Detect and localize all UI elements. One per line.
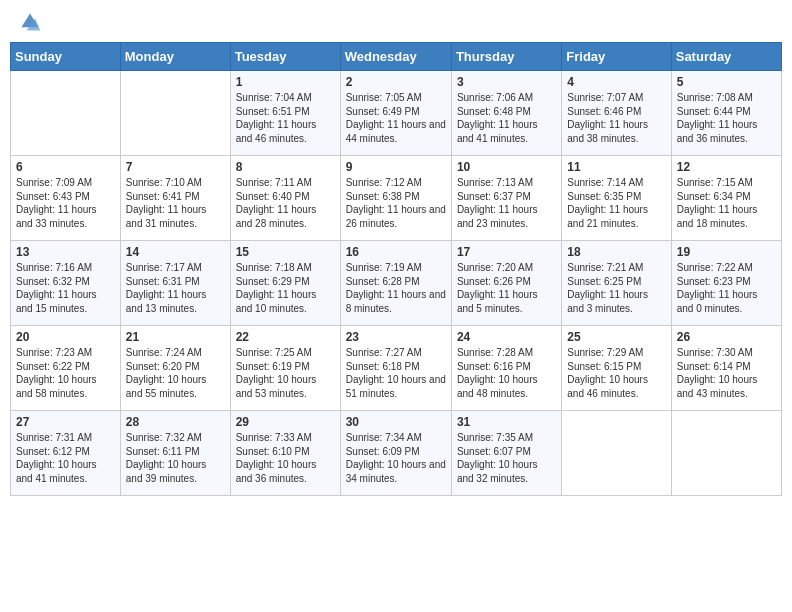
calendar-cell: 4Sunrise: 7:07 AM Sunset: 6:46 PM Daylig… <box>562 71 671 156</box>
day-number: 10 <box>457 160 556 174</box>
calendar-cell: 1Sunrise: 7:04 AM Sunset: 6:51 PM Daylig… <box>230 71 340 156</box>
calendar-cell: 21Sunrise: 7:24 AM Sunset: 6:20 PM Dayli… <box>120 326 230 411</box>
day-number: 20 <box>16 330 115 344</box>
day-content: Sunrise: 7:14 AM Sunset: 6:35 PM Dayligh… <box>567 176 665 230</box>
day-number: 27 <box>16 415 115 429</box>
calendar-week-row: 27Sunrise: 7:31 AM Sunset: 6:12 PM Dayli… <box>11 411 782 496</box>
calendar-cell <box>120 71 230 156</box>
header <box>10 10 782 34</box>
calendar-cell: 28Sunrise: 7:32 AM Sunset: 6:11 PM Dayli… <box>120 411 230 496</box>
calendar-table: SundayMondayTuesdayWednesdayThursdayFrid… <box>10 42 782 496</box>
calendar-cell: 7Sunrise: 7:10 AM Sunset: 6:41 PM Daylig… <box>120 156 230 241</box>
calendar-cell: 24Sunrise: 7:28 AM Sunset: 6:16 PM Dayli… <box>451 326 561 411</box>
day-content: Sunrise: 7:27 AM Sunset: 6:18 PM Dayligh… <box>346 346 446 400</box>
day-content: Sunrise: 7:15 AM Sunset: 6:34 PM Dayligh… <box>677 176 776 230</box>
day-number: 26 <box>677 330 776 344</box>
day-number: 22 <box>236 330 335 344</box>
day-number: 13 <box>16 245 115 259</box>
calendar-week-row: 13Sunrise: 7:16 AM Sunset: 6:32 PM Dayli… <box>11 241 782 326</box>
day-content: Sunrise: 7:23 AM Sunset: 6:22 PM Dayligh… <box>16 346 115 400</box>
day-number: 3 <box>457 75 556 89</box>
day-content: Sunrise: 7:11 AM Sunset: 6:40 PM Dayligh… <box>236 176 335 230</box>
day-number: 23 <box>346 330 446 344</box>
day-content: Sunrise: 7:06 AM Sunset: 6:48 PM Dayligh… <box>457 91 556 145</box>
weekday-header-tuesday: Tuesday <box>230 43 340 71</box>
weekday-header-thursday: Thursday <box>451 43 561 71</box>
day-number: 28 <box>126 415 225 429</box>
day-content: Sunrise: 7:07 AM Sunset: 6:46 PM Dayligh… <box>567 91 665 145</box>
calendar-cell <box>11 71 121 156</box>
calendar-cell <box>562 411 671 496</box>
day-content: Sunrise: 7:04 AM Sunset: 6:51 PM Dayligh… <box>236 91 335 145</box>
calendar-cell: 17Sunrise: 7:20 AM Sunset: 6:26 PM Dayli… <box>451 241 561 326</box>
day-content: Sunrise: 7:32 AM Sunset: 6:11 PM Dayligh… <box>126 431 225 485</box>
day-number: 5 <box>677 75 776 89</box>
day-number: 15 <box>236 245 335 259</box>
calendar-cell: 23Sunrise: 7:27 AM Sunset: 6:18 PM Dayli… <box>340 326 451 411</box>
weekday-header-monday: Monday <box>120 43 230 71</box>
calendar-cell: 6Sunrise: 7:09 AM Sunset: 6:43 PM Daylig… <box>11 156 121 241</box>
calendar-cell: 2Sunrise: 7:05 AM Sunset: 6:49 PM Daylig… <box>340 71 451 156</box>
day-content: Sunrise: 7:08 AM Sunset: 6:44 PM Dayligh… <box>677 91 776 145</box>
day-content: Sunrise: 7:09 AM Sunset: 6:43 PM Dayligh… <box>16 176 115 230</box>
day-number: 16 <box>346 245 446 259</box>
calendar-cell: 10Sunrise: 7:13 AM Sunset: 6:37 PM Dayli… <box>451 156 561 241</box>
day-content: Sunrise: 7:29 AM Sunset: 6:15 PM Dayligh… <box>567 346 665 400</box>
day-content: Sunrise: 7:34 AM Sunset: 6:09 PM Dayligh… <box>346 431 446 485</box>
day-content: Sunrise: 7:28 AM Sunset: 6:16 PM Dayligh… <box>457 346 556 400</box>
day-content: Sunrise: 7:22 AM Sunset: 6:23 PM Dayligh… <box>677 261 776 315</box>
calendar-cell: 14Sunrise: 7:17 AM Sunset: 6:31 PM Dayli… <box>120 241 230 326</box>
calendar-cell: 3Sunrise: 7:06 AM Sunset: 6:48 PM Daylig… <box>451 71 561 156</box>
day-content: Sunrise: 7:10 AM Sunset: 6:41 PM Dayligh… <box>126 176 225 230</box>
logo-icon <box>18 10 42 34</box>
day-number: 14 <box>126 245 225 259</box>
day-content: Sunrise: 7:20 AM Sunset: 6:26 PM Dayligh… <box>457 261 556 315</box>
day-content: Sunrise: 7:30 AM Sunset: 6:14 PM Dayligh… <box>677 346 776 400</box>
day-content: Sunrise: 7:24 AM Sunset: 6:20 PM Dayligh… <box>126 346 225 400</box>
weekday-header-row: SundayMondayTuesdayWednesdayThursdayFrid… <box>11 43 782 71</box>
calendar-cell: 5Sunrise: 7:08 AM Sunset: 6:44 PM Daylig… <box>671 71 781 156</box>
day-number: 12 <box>677 160 776 174</box>
logo <box>14 10 42 34</box>
calendar-cell <box>671 411 781 496</box>
calendar-cell: 20Sunrise: 7:23 AM Sunset: 6:22 PM Dayli… <box>11 326 121 411</box>
calendar-cell: 15Sunrise: 7:18 AM Sunset: 6:29 PM Dayli… <box>230 241 340 326</box>
calendar-week-row: 1Sunrise: 7:04 AM Sunset: 6:51 PM Daylig… <box>11 71 782 156</box>
day-number: 18 <box>567 245 665 259</box>
calendar-cell: 9Sunrise: 7:12 AM Sunset: 6:38 PM Daylig… <box>340 156 451 241</box>
weekday-header-friday: Friday <box>562 43 671 71</box>
calendar-cell: 12Sunrise: 7:15 AM Sunset: 6:34 PM Dayli… <box>671 156 781 241</box>
day-content: Sunrise: 7:21 AM Sunset: 6:25 PM Dayligh… <box>567 261 665 315</box>
calendar-cell: 29Sunrise: 7:33 AM Sunset: 6:10 PM Dayli… <box>230 411 340 496</box>
calendar-cell: 30Sunrise: 7:34 AM Sunset: 6:09 PM Dayli… <box>340 411 451 496</box>
calendar-week-row: 20Sunrise: 7:23 AM Sunset: 6:22 PM Dayli… <box>11 326 782 411</box>
day-content: Sunrise: 7:19 AM Sunset: 6:28 PM Dayligh… <box>346 261 446 315</box>
day-content: Sunrise: 7:31 AM Sunset: 6:12 PM Dayligh… <box>16 431 115 485</box>
day-content: Sunrise: 7:25 AM Sunset: 6:19 PM Dayligh… <box>236 346 335 400</box>
day-number: 1 <box>236 75 335 89</box>
day-content: Sunrise: 7:18 AM Sunset: 6:29 PM Dayligh… <box>236 261 335 315</box>
day-content: Sunrise: 7:13 AM Sunset: 6:37 PM Dayligh… <box>457 176 556 230</box>
weekday-header-sunday: Sunday <box>11 43 121 71</box>
day-content: Sunrise: 7:33 AM Sunset: 6:10 PM Dayligh… <box>236 431 335 485</box>
day-content: Sunrise: 7:17 AM Sunset: 6:31 PM Dayligh… <box>126 261 225 315</box>
day-number: 29 <box>236 415 335 429</box>
day-number: 11 <box>567 160 665 174</box>
day-number: 25 <box>567 330 665 344</box>
calendar-cell: 25Sunrise: 7:29 AM Sunset: 6:15 PM Dayli… <box>562 326 671 411</box>
calendar-cell: 18Sunrise: 7:21 AM Sunset: 6:25 PM Dayli… <box>562 241 671 326</box>
calendar-cell: 19Sunrise: 7:22 AM Sunset: 6:23 PM Dayli… <box>671 241 781 326</box>
calendar-cell: 31Sunrise: 7:35 AM Sunset: 6:07 PM Dayli… <box>451 411 561 496</box>
day-content: Sunrise: 7:16 AM Sunset: 6:32 PM Dayligh… <box>16 261 115 315</box>
day-number: 19 <box>677 245 776 259</box>
day-number: 31 <box>457 415 556 429</box>
calendar-cell: 11Sunrise: 7:14 AM Sunset: 6:35 PM Dayli… <box>562 156 671 241</box>
weekday-header-saturday: Saturday <box>671 43 781 71</box>
weekday-header-wednesday: Wednesday <box>340 43 451 71</box>
day-number: 24 <box>457 330 556 344</box>
calendar-week-row: 6Sunrise: 7:09 AM Sunset: 6:43 PM Daylig… <box>11 156 782 241</box>
day-content: Sunrise: 7:05 AM Sunset: 6:49 PM Dayligh… <box>346 91 446 145</box>
calendar-cell: 13Sunrise: 7:16 AM Sunset: 6:32 PM Dayli… <box>11 241 121 326</box>
day-content: Sunrise: 7:35 AM Sunset: 6:07 PM Dayligh… <box>457 431 556 485</box>
day-number: 7 <box>126 160 225 174</box>
